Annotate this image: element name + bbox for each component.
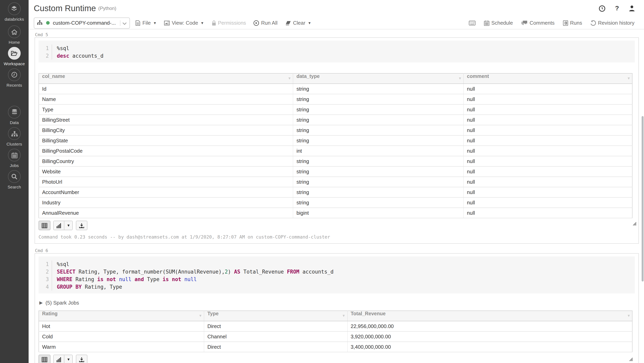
runs-button[interactable]: Runs — [563, 20, 582, 26]
caret-down-icon: ▼ — [153, 21, 157, 25]
download-button[interactable] — [76, 221, 88, 230]
table-cell: null — [464, 146, 632, 156]
sidebar-item-home[interactable]: Home — [8, 26, 21, 45]
bar-chart-icon — [56, 223, 61, 228]
code-editor[interactable]: 1%sql2SELECT Rating, Type, format_number… — [38, 256, 635, 293]
download-button[interactable] — [76, 355, 88, 363]
code-line[interactable]: 1%sql — [38, 260, 635, 268]
clock-icon[interactable] — [599, 5, 606, 12]
main-area: Custom Runtime (Python) ? custom-COPY-co… — [28, 0, 644, 363]
clear-menu[interactable]: Clear▼ — [285, 20, 311, 26]
resize-grip-icon[interactable] — [629, 356, 633, 363]
table-cell: string — [293, 94, 464, 104]
chart-options-button[interactable]: ▼ — [64, 355, 72, 363]
sidebar-item-clusters[interactable]: Clusters — [6, 127, 22, 146]
table-cell: Website — [39, 166, 293, 177]
permissions-button[interactable]: Permissions — [212, 20, 246, 26]
chart-view-button[interactable] — [54, 355, 64, 363]
table-cell: null — [464, 166, 632, 177]
table-cell: null — [464, 156, 632, 166]
chart-view-button[interactable] — [54, 221, 64, 230]
file-menu[interactable]: File▼ — [136, 20, 157, 26]
command-status: Command took 0.23 seconds -- by dash@str… — [38, 234, 635, 243]
shortcuts-button[interactable] — [469, 21, 476, 25]
table-cell: BillingCountry — [39, 156, 293, 166]
revision-history-button[interactable]: Revision history — [590, 20, 634, 26]
sort-icon[interactable]: ▼ — [627, 74, 630, 84]
databricks-logo[interactable]: databricks — [4, 3, 24, 22]
calendar-icon — [484, 20, 490, 26]
column-header[interactable]: ▼comment — [464, 73, 632, 84]
vertical-scrollbar[interactable] — [642, 116, 644, 281]
table-cell: Name — [39, 94, 293, 104]
sidebar-item-search[interactable]: Search — [8, 170, 21, 189]
comments-button[interactable]: Comments — [521, 20, 554, 26]
table-row: BillingCountrystringnull — [39, 156, 632, 166]
home-icon — [8, 26, 21, 38]
header-icons: ? — [599, 5, 635, 12]
column-header[interactable]: ▼data_type — [293, 73, 464, 84]
code-line[interactable]: 2SELECT Rating, Type, format_number(SUM(… — [38, 268, 635, 275]
code-editor[interactable]: 1%sql2desc accounts_d — [38, 41, 635, 63]
app-window: databricks Home Workspace Recents — [0, 0, 644, 363]
code-line[interactable]: 1%sql — [38, 45, 635, 52]
table-row: AccountNumberstringnull — [39, 187, 632, 197]
folder-icon — [8, 47, 21, 60]
play-circle-icon — [254, 20, 259, 26]
table-cell: bigint — [293, 208, 464, 218]
chart-options-button[interactable]: ▼ — [64, 221, 72, 230]
run-all-button[interactable]: Run All — [254, 20, 278, 26]
code-text: %sql — [57, 45, 69, 52]
sort-icon[interactable]: ▼ — [342, 311, 346, 321]
view-menu[interactable]: View: Code▼ — [164, 20, 204, 26]
eraser-icon — [285, 21, 291, 25]
sidebar-item-recents[interactable]: Recents — [6, 68, 22, 88]
sort-icon[interactable]: ▼ — [627, 311, 630, 321]
sidebar-item-workspace[interactable]: Workspace — [4, 47, 25, 66]
column-header[interactable]: ▼Rating — [39, 311, 204, 321]
table-row: BillingPostalCodeintnull — [39, 146, 632, 156]
account-icon[interactable] — [628, 5, 635, 12]
sidebar-item-data[interactable]: Data — [8, 106, 21, 125]
databricks-logo-icon — [8, 3, 21, 15]
table-view-button[interactable] — [38, 355, 50, 363]
column-header[interactable]: ▼Total_Revenue — [347, 311, 632, 321]
table-cell: Id — [39, 84, 293, 94]
help-icon[interactable]: ? — [615, 5, 619, 12]
database-icon — [8, 106, 21, 119]
code-line[interactable]: 4GROUP BY Rating, Type — [38, 283, 635, 291]
column-header[interactable]: ▼col_name — [39, 73, 293, 84]
spark-jobs-expander[interactable]: ▶ (5) Spark Jobs — [39, 300, 635, 306]
table-cell: string — [293, 177, 464, 187]
table-cell: 3,400,000,000.00 — [347, 342, 632, 352]
table-row: Industrystringnull — [39, 197, 632, 208]
sort-icon[interactable]: ▼ — [288, 74, 292, 84]
notebook-body: Cmd 5 1%sql2desc accounts_d ▼col_name▼da… — [28, 30, 644, 363]
column-header[interactable]: ▼Type — [204, 311, 347, 321]
sort-icon[interactable]: ▼ — [458, 74, 462, 84]
table-cell: Channel — [204, 331, 347, 342]
table-cell: int — [293, 146, 464, 156]
code-line[interactable]: 3WHERE Rating is not null and Type is no… — [38, 275, 635, 283]
sort-icon[interactable]: ▼ — [199, 311, 202, 321]
sidebar: databricks Home Workspace Recents — [0, 0, 28, 363]
code-line[interactable]: 2desc accounts_d — [38, 52, 635, 60]
line-number: 1 — [38, 260, 52, 268]
cluster-selector[interactable]: custom-COPY-command-... — [34, 17, 130, 29]
table-view-button[interactable] — [38, 221, 50, 230]
table-row: Idstringnull — [39, 84, 632, 94]
caret-down-icon: ▼ — [200, 21, 204, 25]
table-cell: string — [293, 197, 464, 208]
table-cell: AnnualRevenue — [39, 208, 293, 218]
table-row: Namestringnull — [39, 94, 632, 104]
notebook-cell-cmd5[interactable]: 1%sql2desc accounts_d ▼col_name▼data_typ… — [34, 37, 639, 244]
chart-view-split-button: ▼ — [53, 355, 73, 363]
sidebar-item-jobs[interactable]: Jobs — [8, 149, 21, 168]
search-icon — [8, 170, 21, 183]
notebook-cell-cmd6[interactable]: 1%sql2SELECT Rating, Type, format_number… — [34, 253, 639, 363]
resize-grip-icon[interactable] — [632, 220, 637, 227]
schedule-button[interactable]: Schedule — [484, 20, 513, 26]
notebook-toolbar: custom-COPY-command-... File▼ View: Code… — [28, 17, 644, 30]
table-cell: string — [293, 115, 464, 125]
table-header-row: ▼Rating▼Type▼Total_Revenue — [39, 311, 632, 321]
